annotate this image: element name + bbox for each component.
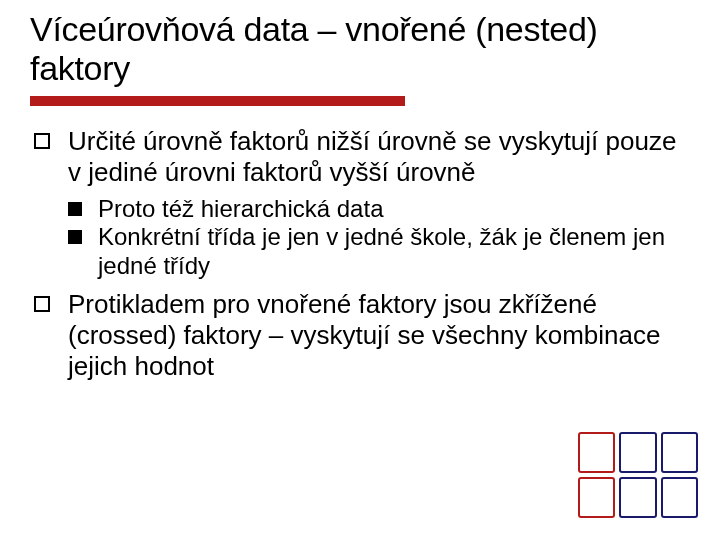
- bullet-text: Protikladem pro vnořené faktory jsou zkř…: [68, 289, 660, 381]
- sub-bullet-text: Proto též hierarchická data: [98, 195, 383, 222]
- square-outline-icon: [34, 133, 50, 149]
- square-filled-icon: [68, 202, 82, 216]
- sub-bullet-list: Proto též hierarchická data Konkrétní tř…: [68, 195, 690, 281]
- grid-logo-icon: [578, 432, 698, 518]
- logo-cell: [619, 477, 656, 518]
- logo-cell: [661, 432, 698, 473]
- bullet-text: Určité úrovně faktorů nižší úrovně se vy…: [68, 126, 676, 187]
- logo-row: [578, 477, 698, 518]
- logo-cell: [619, 432, 656, 473]
- square-filled-icon: [68, 230, 82, 244]
- sub-bullet-item: Konkrétní třída je jen v jedné škole, žá…: [68, 223, 690, 281]
- title-underline: [30, 96, 405, 106]
- sub-bullet-item: Proto též hierarchická data: [68, 195, 690, 224]
- slide-title: Víceúrovňová data – vnořené (nested) fak…: [30, 10, 690, 88]
- sub-bullet-text: Konkrétní třída je jen v jedné škole, žá…: [98, 223, 665, 279]
- logo-cell: [578, 477, 615, 518]
- logo-cell: [578, 432, 615, 473]
- logo-row: [578, 432, 698, 473]
- bullet-item: Určité úrovně faktorů nižší úrovně se vy…: [30, 126, 690, 281]
- bullet-item: Protikladem pro vnořené faktory jsou zkř…: [30, 289, 690, 383]
- logo-cell: [661, 477, 698, 518]
- square-outline-icon: [34, 296, 50, 312]
- bullet-list: Určité úrovně faktorů nižší úrovně se vy…: [30, 126, 690, 382]
